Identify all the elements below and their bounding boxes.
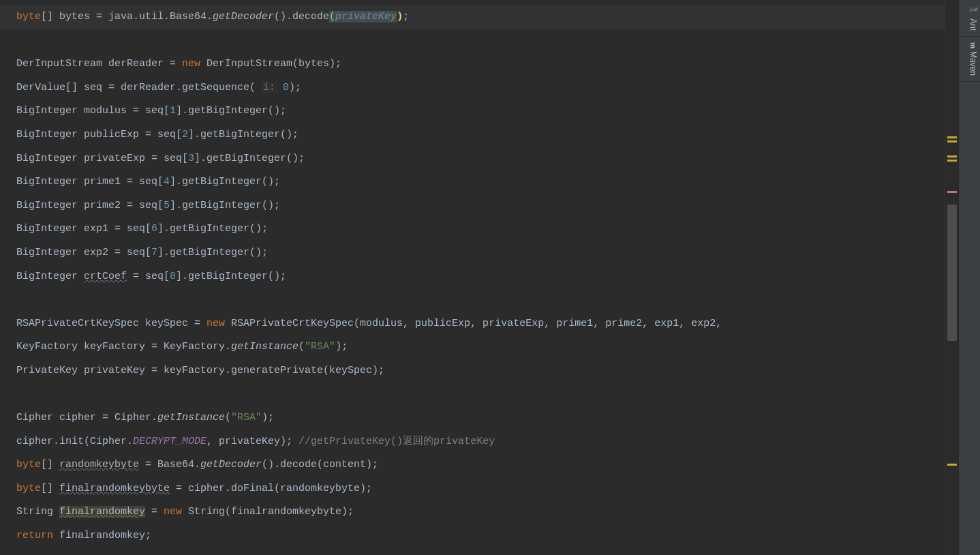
- code-text: ().decode: [274, 11, 329, 22]
- code-text: );: [262, 412, 274, 423]
- code-text: (: [298, 341, 305, 352]
- number: 8: [170, 271, 176, 282]
- maven-toolwindow-button[interactable]: m Maven: [959, 37, 980, 82]
- number: 1: [170, 105, 176, 117]
- code-text: );: [335, 341, 348, 352]
- code-text: PrivateKey privateKey = keyFactory.gener…: [16, 365, 384, 376]
- code-text: BigInteger publicExp = seq[: [16, 129, 182, 140]
- code-text: ().decode(content);: [262, 459, 378, 470]
- code-text: =: [145, 506, 164, 518]
- static-method: getDecoder: [200, 459, 262, 470]
- code-text: []: [41, 459, 59, 470]
- gutter-warning-marker[interactable]: [947, 155, 957, 158]
- code-text: , privateKey);: [206, 436, 298, 447]
- code-text: (: [225, 412, 231, 423]
- param-hint: i:: [262, 82, 277, 93]
- paren-match: ): [397, 11, 403, 22]
- code-line[interactable]: BigInteger publicExp = seq[2].getBigInte…: [16, 123, 945, 147]
- code-text: cipher.init(Cipher.: [16, 436, 133, 447]
- constant: DECRYPT_MODE: [133, 436, 206, 447]
- code-line[interactable]: BigInteger modulus = seq[1].getBigIntege…: [16, 100, 945, 123]
- code-line[interactable]: DerInputStream derReader = new DerInputS…: [16, 52, 945, 76]
- number: 5: [164, 200, 170, 211]
- code-text: [277, 82, 283, 93]
- code-line[interactable]: BigInteger privateExp = seq[3].getBigInt…: [16, 147, 945, 171]
- gutter-warning-marker[interactable]: [947, 160, 957, 162]
- toolwindow-label: Maven: [963, 51, 980, 76]
- keyword: byte: [16, 11, 41, 22]
- code-text: ].getBigInteger();: [176, 105, 286, 117]
- code-text: DerInputStream(bytes);: [200, 58, 341, 70]
- code-line[interactable]: BigInteger crtCoef = seq[8].getBigIntege…: [16, 265, 945, 289]
- code-line[interactable]: byte[] bytes = java.util.Base64.getDecod…: [0, 5, 945, 29]
- code-text: []: [41, 483, 59, 494]
- code-text: RSAPrivateCrtKeySpec(modulus, publicExp,…: [225, 318, 722, 329]
- gutter-warning-marker[interactable]: [947, 136, 957, 138]
- ant-toolwindow-button[interactable]: 🐜 Ant: [959, 0, 980, 37]
- paren-highlight: (: [329, 11, 335, 22]
- code-text: BigInteger prime1 = seq[: [16, 176, 164, 188]
- keyword: byte: [16, 459, 41, 470]
- highlighted-ident: finalrandomkey: [59, 506, 145, 518]
- code-line[interactable]: DerValue[] seq = derReader.getSequence( …: [16, 76, 945, 100]
- gutter-warning-marker[interactable]: [947, 464, 957, 466]
- code-line[interactable]: byte[] finalrandomkeybyte = cipher.doFin…: [16, 477, 945, 501]
- code-text: ;: [403, 11, 409, 22]
- code-line[interactable]: byte[] randomkeybyte = Base64.getDecoder…: [16, 453, 945, 477]
- code-text: BigInteger privateExp = seq[: [16, 153, 188, 164]
- string: "RSA": [305, 341, 335, 352]
- code-line[interactable]: PrivateKey privateKey = keyFactory.gener…: [16, 359, 945, 383]
- warn-ident: randomkeybyte: [59, 459, 139, 470]
- maven-icon: m: [963, 42, 980, 48]
- string: "RSA": [231, 412, 262, 423]
- code-text: DerValue[] seq = derReader.getSequence(: [16, 82, 262, 93]
- code-line[interactable]: return finalrandomkey;: [16, 524, 945, 548]
- code-text: = seq[: [127, 271, 170, 282]
- code-text: [] bytes = java.util.Base64.: [41, 11, 213, 22]
- keyword: new: [164, 506, 182, 518]
- warn-ident: crtCoef: [84, 271, 127, 282]
- keyword: return: [16, 530, 53, 541]
- code-text: ].getBigInteger();: [176, 271, 286, 282]
- code-text: ].getBigInteger();: [170, 200, 280, 211]
- keyword: new: [206, 318, 225, 329]
- blank-line[interactable]: [16, 288, 945, 312]
- code-text: BigInteger: [16, 271, 84, 282]
- code-line[interactable]: BigInteger prime2 = seq[5].getBigInteger…: [16, 194, 945, 218]
- code-line[interactable]: cipher.init(Cipher.DECRYPT_MODE, private…: [16, 430, 945, 454]
- code-editor[interactable]: byte[] bytes = java.util.Base64.getDecod…: [0, 0, 945, 555]
- ant-icon: 🐜: [963, 5, 980, 16]
- blank-line[interactable]: [16, 383, 945, 407]
- gutter-warning-marker[interactable]: [947, 140, 957, 142]
- keyword: new: [182, 58, 200, 70]
- warn-ident: finalrandomkeybyte: [59, 483, 170, 494]
- scrollbar-thumb[interactable]: [947, 205, 957, 341]
- code-line[interactable]: String finalrandomkey = new String(final…: [16, 500, 945, 524]
- code-text: String(finalrandomkeybyte);: [182, 506, 354, 518]
- code-text: String: [16, 506, 59, 518]
- toolwindow-label: Ant: [963, 18, 980, 31]
- code-line[interactable]: BigInteger prime1 = seq[4].getBigInteger…: [16, 170, 945, 194]
- code-text: = Base64.: [139, 459, 200, 470]
- code-text: BigInteger exp2 = seq[: [16, 247, 151, 258]
- number: 4: [164, 176, 170, 188]
- number: 2: [182, 129, 188, 140]
- code-text: ].getBigInteger();: [157, 223, 268, 235]
- number: 6: [151, 223, 157, 235]
- code-text: finalrandomkey;: [53, 530, 151, 541]
- static-method: getInstance: [231, 341, 298, 352]
- code-text: KeyFactory keyFactory = KeyFactory.: [16, 341, 231, 352]
- code-text: DerInputStream derReader =: [16, 58, 182, 70]
- code-text: Cipher cipher = Cipher.: [16, 412, 157, 423]
- code-line[interactable]: KeyFactory keyFactory = KeyFactory.getIn…: [16, 335, 945, 359]
- code-line[interactable]: RSAPrivateCrtKeySpec keySpec = new RSAPr…: [16, 312, 945, 336]
- gutter-error-marker[interactable]: [947, 191, 957, 193]
- code-line[interactable]: Cipher cipher = Cipher.getInstance("RSA"…: [16, 406, 945, 430]
- number: 0: [283, 82, 289, 93]
- code-line[interactable]: BigInteger exp1 = seq[6].getBigInteger()…: [16, 217, 945, 241]
- keyword: byte: [16, 483, 41, 494]
- blank-line[interactable]: [16, 29, 945, 53]
- static-method: getInstance: [157, 412, 225, 423]
- code-text: RSAPrivateCrtKeySpec keySpec =: [16, 318, 206, 329]
- code-line[interactable]: BigInteger exp2 = seq[7].getBigInteger()…: [16, 241, 945, 265]
